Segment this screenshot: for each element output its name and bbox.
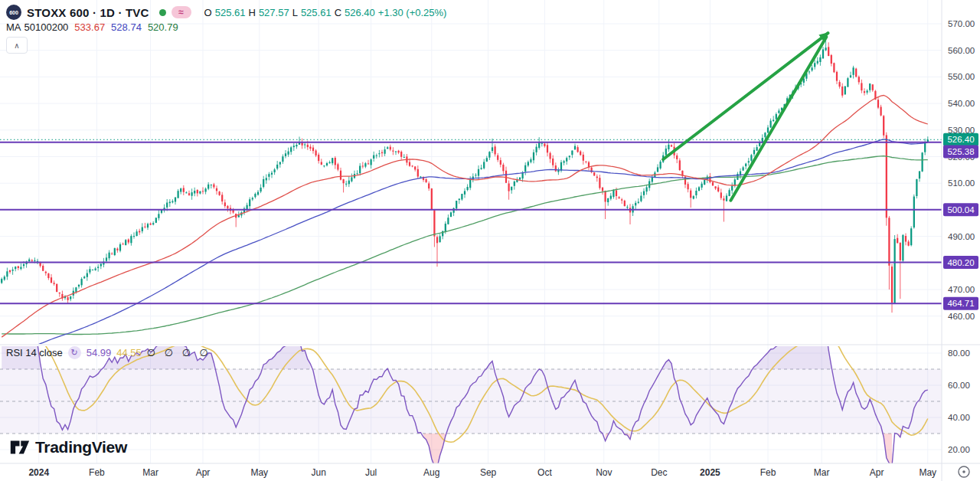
- svg-text:464.71: 464.71: [947, 299, 974, 308]
- price-badge: 480.20: [943, 256, 978, 269]
- market-open-dot-icon: [159, 9, 166, 16]
- high-value: 527.57: [259, 7, 289, 18]
- price-axis[interactable]: 570.00560.00550.00540.00530.00520.00510.…: [943, 19, 978, 454]
- trend-line-1[interactable]: [663, 33, 828, 159]
- symbol-logo-icon: 600: [6, 5, 21, 20]
- svg-text:525.38: 525.38: [947, 147, 974, 156]
- rsi-axis-label: 80.00: [948, 348, 970, 358]
- rsi-axis-label: 40.00: [948, 413, 970, 422]
- close-label: C: [335, 7, 341, 18]
- svg-text:500.04: 500.04: [947, 205, 975, 214]
- price-chart-canvas[interactable]: 570.00560.00550.00540.00530.00520.00510.…: [0, 0, 980, 481]
- rsi-zone-fill: [423, 434, 900, 467]
- ma-legend: MA 50100200 533.67 528.74 520.79: [6, 21, 178, 33]
- collapse-pane-button[interactable]: ∧: [6, 37, 28, 54]
- price-axis-label: 570.00: [948, 19, 975, 28]
- ma100-line: [2, 139, 928, 359]
- rsi-refresh-icon: ↻: [68, 346, 81, 359]
- ma100-value: 528.74: [111, 21, 142, 33]
- symbol-title[interactable]: STOXX 600 · 1D · TVC: [27, 6, 149, 19]
- time-axis-label: Apr: [196, 467, 211, 478]
- rsi-value: 54.99: [87, 347, 112, 358]
- ma200-line: [2, 156, 928, 335]
- high-label: H: [249, 7, 256, 18]
- trend-line-2[interactable]: [730, 37, 826, 200]
- ma50-value: 533.67: [74, 21, 105, 33]
- time-axis-label: Oct: [537, 467, 552, 478]
- price-axis-label: 560.00: [948, 46, 975, 55]
- time-axis-label: Mar: [142, 467, 158, 478]
- price-badge: 500.04: [943, 203, 978, 216]
- price-badge: 525.38: [943, 146, 978, 159]
- time-axis-label: 2025: [700, 467, 720, 478]
- price-axis-label: 460.00: [948, 312, 975, 321]
- svg-text:480.20: 480.20: [947, 258, 974, 267]
- ma200-value: 520.79: [148, 21, 178, 33]
- low-value: 525.61: [301, 7, 332, 18]
- close-value: 526.40: [345, 7, 375, 18]
- rsi-title: RSI 14 close: [6, 347, 63, 358]
- svg-text:526.40: 526.40: [947, 135, 974, 144]
- price-badge: 526.40: [943, 133, 978, 146]
- price-axis-label: 540.00: [948, 99, 975, 108]
- rsi-axis-label: 60.00: [948, 381, 970, 390]
- open-value: 525.61: [215, 7, 246, 18]
- price-axis-label: 490.00: [948, 232, 975, 241]
- time-axis-label: Jun: [312, 467, 326, 478]
- time-axis-label: May: [250, 467, 268, 478]
- time-axis-label: Sep: [480, 467, 497, 478]
- tradingview-logo-text: TradingView: [35, 438, 127, 456]
- ma-params: 50100200: [24, 21, 69, 33]
- time-axis-label: Feb: [760, 467, 776, 478]
- time-axis[interactable]: 2024FebMarAprMayJunJulAugSepOctNovDec202…: [28, 466, 969, 478]
- time-axis-label: May: [919, 467, 936, 478]
- time-axis-label: Apr: [870, 467, 884, 478]
- open-label: O: [204, 7, 212, 18]
- time-axis-label: Dec: [651, 467, 667, 478]
- ma50-line: [2, 96, 928, 338]
- price-pane[interactable]: [0, 32, 942, 359]
- time-axis-label: Feb: [89, 467, 105, 478]
- rsi-empty-params: ∅ ∅ ∅ ∅: [147, 347, 211, 358]
- time-axis-label: Aug: [423, 467, 439, 478]
- price-axis-label: 550.00: [948, 72, 975, 81]
- time-axis-label: Nov: [596, 467, 612, 478]
- ohlc-readout: O525.61 H527.57 L525.61 C526.40 +1.30 (+…: [204, 7, 447, 18]
- chart-header: 600 STOXX 600 · 1D · TVC ≈ O525.61 H527.…: [6, 5, 446, 20]
- rsi-ma-value: 44.55: [116, 347, 142, 358]
- time-axis-label: Jul: [365, 467, 377, 478]
- tradingview-logo-icon: [9, 437, 30, 457]
- rsi-axis-label: 20.00: [948, 445, 970, 454]
- ma-label: MA: [6, 21, 21, 33]
- price-badge: 464.71: [943, 297, 978, 310]
- change-value: +1.30 (+0.25%): [378, 7, 447, 18]
- time-axis-label: 2024: [28, 467, 49, 478]
- rsi-legend: RSI 14 close ↻ 54.99 44.55 ∅ ∅ ∅ ∅: [6, 346, 211, 359]
- low-label: L: [292, 7, 298, 18]
- time-settings-icon[interactable]: [959, 466, 969, 477]
- price-axis-label: 510.00: [948, 178, 975, 188]
- chart-window: 570.00560.00550.00540.00530.00520.00510.…: [0, 0, 980, 481]
- time-axis-label: Mar: [814, 467, 830, 478]
- delayed-data-icon: ≈: [172, 6, 191, 18]
- price-axis-label: 470.00: [948, 285, 975, 294]
- tradingview-logo[interactable]: TradingView: [9, 437, 127, 457]
